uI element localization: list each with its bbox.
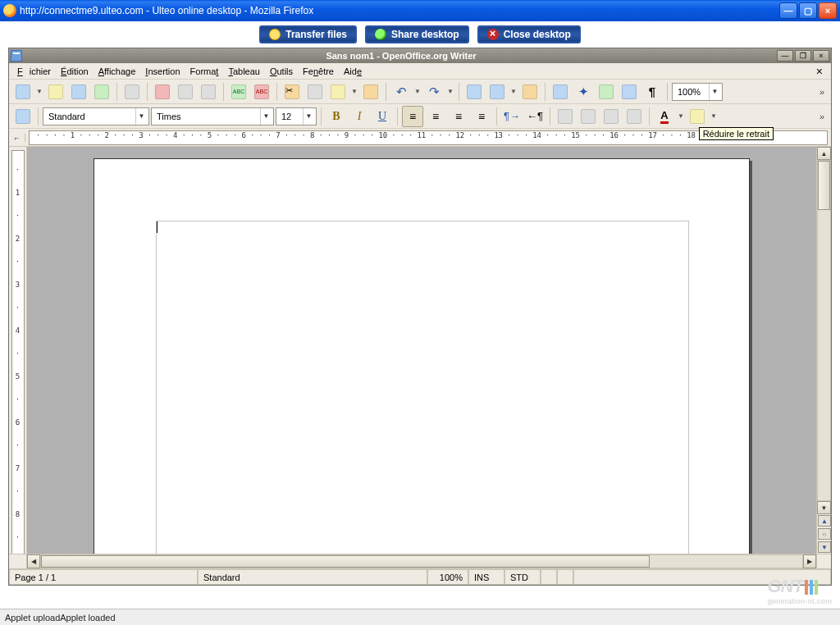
bullets-button[interactable] <box>578 106 599 127</box>
gallery-button[interactable] <box>596 81 617 103</box>
bold-button[interactable]: B <box>326 106 347 127</box>
close-desktop-button[interactable]: Close desktop <box>477 25 581 43</box>
autospell-button[interactable]: ABC <box>251 81 272 103</box>
align-right-button[interactable]: ≡ <box>448 106 469 127</box>
format-toolbar-overflow[interactable]: » <box>816 112 828 121</box>
undo-button[interactable]: ↶ <box>390 81 412 103</box>
menu-fichier[interactable]: Fichier <box>14 66 54 77</box>
tab-stop-selector[interactable]: ⌐ <box>9 134 25 142</box>
paste-dropdown[interactable]: ▼ <box>350 88 358 95</box>
export-pdf-button[interactable] <box>152 81 173 103</box>
open-button[interactable] <box>45 81 66 103</box>
font-color-button[interactable]: A <box>654 106 675 127</box>
rtl-icon: ←¶ <box>527 110 543 122</box>
align-justify-button[interactable]: ≡ <box>471 106 492 127</box>
menu-edition[interactable]: Édition <box>57 66 92 77</box>
ltr-button[interactable]: ¶→ <box>501 106 523 127</box>
decrease-indent-button[interactable] <box>600 106 622 127</box>
oo-minimize-button[interactable]: — <box>777 50 793 62</box>
status-sel[interactable] <box>541 569 557 585</box>
spellcheck-button[interactable]: ABC <box>228 81 249 103</box>
redo-button[interactable]: ↷ <box>423 81 445 103</box>
increase-indent-button[interactable] <box>623 106 645 127</box>
font-name-combo[interactable]: Times▼ <box>151 107 274 125</box>
redo-dropdown[interactable]: ▼ <box>446 88 454 95</box>
cut-button[interactable]: ✂ <box>281 81 303 103</box>
status-std[interactable]: STD <box>504 569 541 585</box>
scroll-up-button[interactable]: ▲ <box>817 147 831 160</box>
firefox-maximize-button[interactable]: ▢ <box>799 2 817 19</box>
undo-dropdown[interactable]: ▼ <box>413 88 422 95</box>
menu-fenetre[interactable]: Fenêtre <box>299 66 337 77</box>
toolbar-overflow[interactable]: » <box>816 87 828 97</box>
transfer-files-button[interactable]: Transfer files <box>259 25 357 43</box>
scroll-track-v[interactable] <box>817 160 831 501</box>
align-center-button[interactable]: ≡ <box>425 106 446 127</box>
print-button[interactable] <box>175 81 196 103</box>
menu-aide[interactable]: Aide <box>340 66 365 77</box>
scroll-thumb-v[interactable] <box>818 161 830 210</box>
font-color-dropdown[interactable]: ▼ <box>677 112 685 120</box>
firefox-close-button[interactable]: × <box>819 2 837 19</box>
new-dropdown[interactable]: ▼ <box>35 88 43 95</box>
table-button[interactable] <box>486 81 508 103</box>
share-desktop-button[interactable]: Share desktop <box>365 25 469 43</box>
align-left-button[interactable]: ≡ <box>402 106 423 127</box>
vertical-scrollbar[interactable]: ▲ ▼ ▲ ○ ▼ <box>816 147 831 554</box>
next-page-button[interactable]: ▼ <box>818 541 831 553</box>
numbering-button[interactable] <box>555 106 576 127</box>
status-sig[interactable] <box>557 569 573 585</box>
table-dropdown[interactable]: ▼ <box>509 88 518 95</box>
underline-button[interactable]: U <box>372 106 393 127</box>
vertical-ruler[interactable]: ·1·2·3·4·5·6·7·8·9 <box>9 147 27 554</box>
zoom-combo[interactable]: 100%▼ <box>672 83 723 101</box>
ruler-scale-v[interactable]: ·1·2·3·4·5·6·7·8·9 <box>11 150 25 554</box>
table-icon <box>490 84 504 99</box>
scroll-thumb-h[interactable] <box>41 555 650 568</box>
status-ins[interactable]: INS <box>468 569 504 585</box>
scroll-left-button[interactable]: ◀ <box>27 554 40 568</box>
find-button[interactable] <box>550 81 571 103</box>
menu-format[interactable]: Format <box>187 66 222 77</box>
show-draw-button[interactable] <box>519 81 541 103</box>
paste-button[interactable] <box>327 81 349 103</box>
menu-insertion[interactable]: Insertion <box>142 66 183 77</box>
menu-affichage[interactable]: Affichage <box>95 66 139 77</box>
highlight-dropdown[interactable]: ▼ <box>710 112 718 120</box>
status-zoom[interactable]: 100% <box>427 569 468 585</box>
new-button[interactable] <box>12 81 34 103</box>
nonprinting-button[interactable]: ¶ <box>641 81 663 103</box>
menu-tableau[interactable]: Tableau <box>225 66 263 77</box>
hyperlink-button[interactable] <box>463 81 485 103</box>
datasources-button[interactable] <box>619 81 640 103</box>
oo-maximize-button[interactable]: ❐ <box>795 50 811 62</box>
format-paintbrush-button[interactable] <box>360 81 381 103</box>
navigation-button[interactable]: ○ <box>818 528 831 540</box>
highlight-button[interactable] <box>687 106 708 127</box>
navigator-button[interactable]: ✦ <box>573 81 594 103</box>
document-area[interactable] <box>27 147 816 554</box>
font-size-combo[interactable]: 12▼ <box>276 107 317 125</box>
email-button[interactable] <box>91 81 112 103</box>
edit-file-button[interactable] <box>121 81 143 103</box>
firefox-minimize-button[interactable]: — <box>779 2 797 19</box>
scroll-right-button[interactable]: ▶ <box>803 554 816 568</box>
italic-button[interactable]: I <box>349 106 370 127</box>
copy-button[interactable] <box>304 81 326 103</box>
prev-page-button[interactable]: ▲ <box>818 515 831 527</box>
styles-window-button[interactable] <box>12 106 34 127</box>
horizontal-scrollbar[interactable]: ◀ ▶ <box>27 554 816 568</box>
print-preview-button[interactable] <box>198 81 219 103</box>
transfer-label: Transfer files <box>285 29 347 40</box>
pilcrow-icon: ¶ <box>649 84 655 98</box>
oo-close-button[interactable]: × <box>813 50 829 62</box>
save-button[interactable] <box>68 81 89 103</box>
menu-outils[interactable]: Outils <box>267 66 296 77</box>
rtl-button[interactable]: ←¶ <box>524 106 546 127</box>
paragraph-style-combo[interactable]: Standard▼ <box>43 107 149 125</box>
page[interactable] <box>94 158 750 554</box>
close-document-button[interactable]: × <box>813 64 826 79</box>
scroll-track-h[interactable] <box>40 554 803 568</box>
scroll-down-button[interactable]: ▼ <box>817 501 831 514</box>
edit-file-icon <box>125 84 139 99</box>
